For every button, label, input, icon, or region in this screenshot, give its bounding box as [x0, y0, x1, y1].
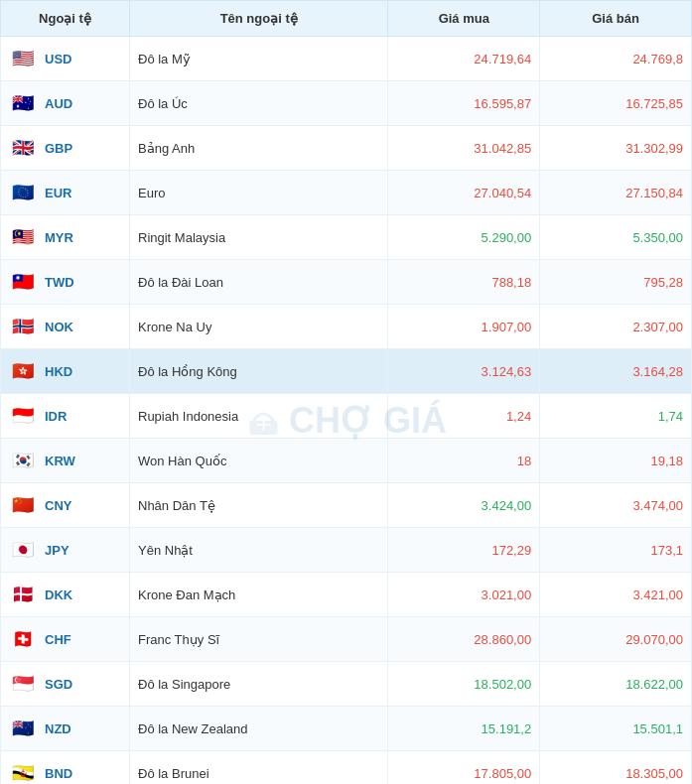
buy-price-gbp: 31.042,85 [388, 126, 540, 171]
buy-price-twd: 788,18 [388, 260, 540, 305]
table-row: 🇦🇺 AUD Đô la Úc16.595,8716.725,85 [1, 81, 692, 126]
currency-name-cny: Nhân Dân Tệ [130, 483, 388, 528]
table-row: 🇮🇩 IDR Rupiah Indonesia1,241,74 [1, 394, 692, 439]
currency-code-cny: CNY [45, 498, 71, 513]
flag-icon-myr: 🇲🇾 [9, 223, 37, 251]
currency-cell-krw: 🇰🇷 KRW [1, 439, 130, 483]
sell-price-dkk: 3.421,00 [540, 573, 692, 617]
currency-code-nok: NOK [45, 320, 73, 334]
currency-code-sgd: SGD [45, 677, 72, 692]
table-row: 🇰🇷 KRW Won Hàn Quốc1819,18 [1, 439, 692, 483]
flag-icon-chf: 🇨🇭 [9, 625, 37, 653]
table-row: 🇸🇬 SGD Đô la Singapore18.502,0018.622,00 [1, 662, 692, 707]
currency-name-twd: Đô la Đài Loan [130, 260, 388, 305]
currency-cell-twd: 🇹🇼 TWD [1, 260, 130, 305]
table-row: 🇯🇵 JPY Yên Nhật172,29173,1 [1, 528, 692, 573]
flag-icon-jpy: 🇯🇵 [9, 536, 37, 564]
currency-name-sgd: Đô la Singapore [130, 662, 388, 707]
currency-name-jpy: Yên Nhật [130, 528, 388, 573]
sell-price-jpy: 173,1 [540, 528, 692, 573]
currency-cell-chf: 🇨🇭 CHF [1, 617, 130, 662]
currency-code-gbp: GBP [45, 141, 72, 156]
currency-name-krw: Won Hàn Quốc [130, 439, 388, 483]
sell-price-cny: 3.474,00 [540, 483, 692, 528]
flag-icon-cny: 🇨🇳 [9, 491, 37, 519]
buy-price-chf: 28.860,00 [388, 617, 540, 662]
buy-price-eur: 27.040,54 [388, 171, 540, 215]
table-row: 🇺🇸 USD Đô la Mỹ24.719,6424.769,8 [1, 37, 692, 81]
col-currency-header: Ngoại tệ [1, 1, 130, 37]
currency-cell-idr: 🇮🇩 IDR [1, 394, 130, 439]
sell-price-sgd: 18.622,00 [540, 662, 692, 707]
buy-price-idr: 1,24 [388, 394, 540, 439]
flag-icon-eur: 🇪🇺 [9, 179, 37, 206]
currency-name-chf: Franc Thụy Sĩ [130, 617, 388, 662]
currency-name-eur: Euro [130, 171, 388, 215]
currency-table: Ngoại tệ Tên ngoại tệ Giá mua Giá bán 🇺🇸… [0, 0, 692, 784]
currency-cell-myr: 🇲🇾 MYR [1, 215, 130, 260]
sell-price-krw: 19,18 [540, 439, 692, 483]
table-row: 🇨🇳 CNY Nhân Dân Tệ3.424,003.474,00 [1, 483, 692, 528]
currency-name-aud: Đô la Úc [130, 81, 388, 126]
currency-cell-aud: 🇦🇺 AUD [1, 81, 130, 126]
buy-price-nzd: 15.191,2 [388, 707, 540, 751]
flag-icon-usd: 🇺🇸 [9, 45, 37, 72]
flag-icon-aud: 🇦🇺 [9, 89, 37, 117]
currency-table-container: CHỢ GIÁ Ngoại tệ Tên ngoại tệ Giá mua Gi… [0, 0, 692, 784]
flag-icon-gbp: 🇬🇧 [9, 134, 37, 162]
buy-price-nok: 1.907,00 [388, 305, 540, 349]
currency-name-nzd: Đô la New Zealand [130, 707, 388, 751]
table-row: 🇹🇼 TWD Đô la Đài Loan788,18795,28 [1, 260, 692, 305]
table-row: 🇧🇳 BND Đô la Brunei17.805,0018.305,00 [1, 751, 692, 785]
currency-cell-sgd: 🇸🇬 SGD [1, 662, 130, 707]
flag-icon-idr: 🇮🇩 [9, 402, 37, 430]
currency-code-nzd: NZD [45, 721, 71, 736]
table-row: 🇳🇿 NZD Đô la New Zealand15.191,215.501,1 [1, 707, 692, 751]
currency-cell-nzd: 🇳🇿 NZD [1, 707, 130, 751]
flag-icon-dkk: 🇩🇰 [9, 581, 37, 608]
currency-code-myr: MYR [45, 230, 73, 245]
currency-name-gbp: Bảng Anh [130, 126, 388, 171]
flag-icon-nzd: 🇳🇿 [9, 715, 37, 742]
currency-cell-nok: 🇳🇴 NOK [1, 305, 130, 349]
sell-price-myr: 5.350,00 [540, 215, 692, 260]
currency-cell-eur: 🇪🇺 EUR [1, 171, 130, 215]
currency-code-jpy: JPY [45, 543, 69, 558]
currency-code-twd: TWD [45, 275, 74, 290]
flag-icon-nok: 🇳🇴 [9, 313, 37, 340]
currency-name-bnd: Đô la Brunei [130, 751, 388, 785]
buy-price-hkd: 3.124,63 [388, 349, 540, 394]
currency-cell-gbp: 🇬🇧 GBP [1, 126, 130, 171]
currency-name-hkd: Đô la Hồng Kông [130, 349, 388, 394]
sell-price-twd: 795,28 [540, 260, 692, 305]
currency-name-usd: Đô la Mỹ [130, 37, 388, 81]
buy-price-cny: 3.424,00 [388, 483, 540, 528]
currency-code-bnd: BND [45, 766, 72, 781]
sell-price-eur: 27.150,84 [540, 171, 692, 215]
col-name-header: Tên ngoại tệ [130, 1, 388, 37]
buy-price-krw: 18 [388, 439, 540, 483]
sell-price-aud: 16.725,85 [540, 81, 692, 126]
currency-code-aud: AUD [45, 96, 72, 111]
buy-price-aud: 16.595,87 [388, 81, 540, 126]
buy-price-myr: 5.290,00 [388, 215, 540, 260]
table-row: 🇬🇧 GBP Bảng Anh31.042,8531.302,99 [1, 126, 692, 171]
currency-cell-usd: 🇺🇸 USD [1, 37, 130, 81]
buy-price-bnd: 17.805,00 [388, 751, 540, 785]
col-sell-header: Giá bán [540, 1, 692, 37]
sell-price-nok: 2.307,00 [540, 305, 692, 349]
sell-price-chf: 29.070,00 [540, 617, 692, 662]
buy-price-sgd: 18.502,00 [388, 662, 540, 707]
currency-cell-jpy: 🇯🇵 JPY [1, 528, 130, 573]
table-row: 🇩🇰 DKK Krone Đan Mạch3.021,003.421,00 [1, 573, 692, 617]
flag-icon-twd: 🇹🇼 [9, 268, 37, 296]
buy-price-usd: 24.719,64 [388, 37, 540, 81]
buy-price-jpy: 172,29 [388, 528, 540, 573]
col-buy-header: Giá mua [388, 1, 540, 37]
table-row: 🇲🇾 MYR Ringit Malaysia5.290,005.350,00 [1, 215, 692, 260]
flag-icon-sgd: 🇸🇬 [9, 670, 37, 698]
currency-code-chf: CHF [45, 632, 71, 647]
table-row: 🇨🇭 CHF Franc Thụy Sĩ28.860,0029.070,00 [1, 617, 692, 662]
table-row: 🇭🇰 HKD Đô la Hồng Kông3.124,633.164,28 [1, 349, 692, 394]
sell-price-hkd: 3.164,28 [540, 349, 692, 394]
